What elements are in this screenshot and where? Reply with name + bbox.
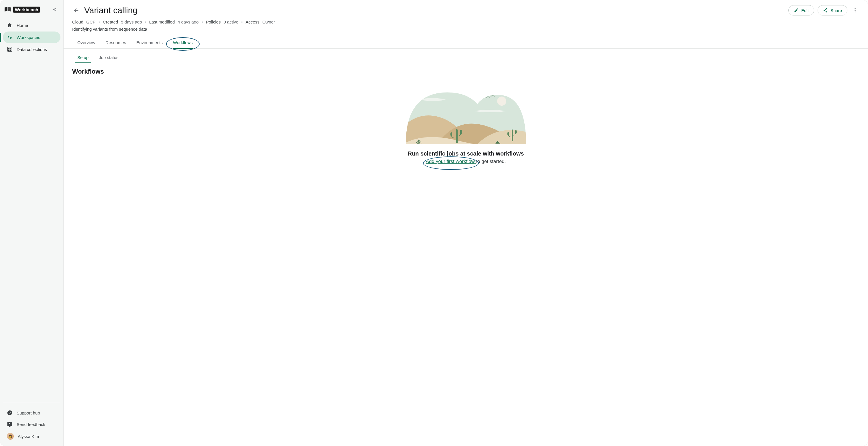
support-hub-link[interactable]: ? Support hub	[3, 407, 60, 418]
collapse-sidebar-button[interactable]	[50, 5, 59, 14]
empty-state-title: Run scientific jobs at scale with workfl…	[408, 150, 524, 157]
grid-icon	[7, 47, 12, 52]
user-name: Alyssa Kim	[18, 434, 39, 439]
svg-rect-5	[8, 50, 9, 51]
page-title: Variant calling	[84, 5, 137, 15]
svg-point-0	[8, 36, 9, 37]
title-actions: Edit Share	[788, 5, 860, 16]
svg-rect-4	[10, 48, 11, 49]
link-text: Add your first workflow	[426, 159, 475, 164]
sidebar-item-label: Data collections	[17, 47, 47, 52]
sidebar-footer: ? Support hub Send feedback 👩 Alyssa Kim	[3, 403, 60, 443]
main: Variant calling Edit Share	[64, 0, 868, 446]
meta-modified-label: Last modified	[149, 20, 175, 24]
sidebar-item-workspaces[interactable]: Workspaces	[3, 31, 60, 43]
tab-resources[interactable]: Resources	[106, 37, 126, 49]
subtab-job-status[interactable]: Job status	[99, 53, 118, 62]
title-left: Variant calling	[72, 5, 137, 15]
tab-label: Resources	[106, 40, 126, 45]
subtab-setup[interactable]: Setup	[77, 53, 89, 62]
content: Workflows	[64, 62, 868, 170]
home-icon	[7, 22, 12, 28]
more-menu-button[interactable]	[851, 6, 860, 14]
meta-separator: •	[145, 20, 146, 24]
sidebar-item-home[interactable]: Home	[3, 20, 60, 31]
back-button[interactable]	[72, 6, 80, 14]
tab-label: Overview	[77, 40, 95, 45]
logo[interactable]: Workbench	[5, 7, 40, 12]
meta-created-value: 5 days ago	[121, 20, 142, 24]
tab-environments[interactable]: Environments	[136, 37, 163, 49]
subtabs: Setup Job status	[72, 53, 860, 62]
svg-point-1	[10, 37, 12, 39]
kebab-icon	[852, 7, 858, 13]
svg-text:?: ?	[8, 411, 10, 415]
sidebar-item-label: Workspaces	[17, 35, 40, 40]
add-first-workflow-link[interactable]: Add your first workflow	[426, 159, 476, 164]
header: Variant calling Edit Share	[64, 0, 868, 62]
svg-rect-2	[8, 47, 12, 52]
tab-label: Environments	[136, 40, 163, 45]
meta-modified-value: 4 days ago	[178, 20, 198, 24]
share-label: Share	[831, 8, 842, 13]
empty-state-subtitle: Add your first workflow to get started.	[426, 159, 506, 165]
subtab-label: Job status	[99, 55, 118, 60]
support-hub-label: Support hub	[17, 411, 40, 415]
meta-policies-label: Policies	[206, 20, 221, 24]
section-title: Workflows	[72, 68, 860, 75]
sidebar-item-data-collections[interactable]: Data collections	[3, 43, 60, 55]
tab-overview[interactable]: Overview	[77, 37, 95, 49]
share-icon	[823, 8, 828, 13]
app-frame: Workbench Home Workspaces	[0, 0, 868, 446]
empty-state-suffix: to get started.	[476, 159, 506, 164]
tabs: Overview Resources Environments Workflow…	[64, 37, 868, 49]
logo-mark-icon	[5, 7, 11, 12]
meta-row: Cloud GCP • Created 5 days ago • Last mo…	[72, 20, 860, 24]
avatar: 👩	[7, 433, 14, 440]
edit-label: Edit	[801, 8, 809, 13]
tab-workflows[interactable]: Workflows	[173, 37, 193, 49]
edit-button[interactable]: Edit	[788, 5, 814, 16]
sidebar-header: Workbench	[3, 5, 60, 20]
svg-point-10	[855, 10, 856, 10]
tab-label: Workflows	[173, 40, 193, 45]
meta-cloud-label: Cloud	[72, 20, 83, 24]
sidebar: Workbench Home Workspaces	[0, 0, 64, 446]
nav: Home Workspaces Data collections	[3, 20, 60, 403]
sidebar-item-label: Home	[17, 23, 28, 28]
meta-access-label: Access	[246, 20, 259, 24]
meta-cloud-value: GCP	[86, 20, 96, 24]
meta-separator: •	[202, 20, 203, 24]
app-name: Workbench	[13, 7, 40, 12]
desert-illustration	[403, 84, 529, 144]
workspaces-icon	[7, 34, 12, 40]
subtab-label: Setup	[77, 55, 89, 60]
title-row: Variant calling Edit Share	[72, 5, 860, 16]
meta-access-value: Owner	[262, 20, 275, 24]
meta-separator: •	[241, 20, 243, 24]
meta-separator: •	[98, 20, 100, 24]
arrow-left-icon	[73, 7, 79, 13]
share-button[interactable]: Share	[817, 5, 847, 16]
empty-state: Run scientific jobs at scale with workfl…	[72, 84, 860, 165]
svg-point-11	[855, 11, 856, 12]
send-feedback-label: Send feedback	[17, 422, 45, 427]
svg-point-9	[855, 8, 856, 9]
chevron-double-left-icon	[52, 7, 57, 12]
svg-rect-6	[10, 50, 11, 51]
pencil-icon	[794, 8, 799, 13]
meta-created-label: Created	[103, 20, 118, 24]
user-profile-link[interactable]: 👩 Alyssa Kim	[3, 430, 60, 443]
svg-rect-3	[8, 48, 9, 49]
help-icon: ?	[7, 410, 12, 416]
feedback-icon	[7, 421, 12, 427]
svg-point-13	[497, 96, 506, 106]
workspace-description: Identifying variants from sequence data	[72, 27, 860, 31]
meta-policies-value: 0 active	[224, 20, 239, 24]
send-feedback-link[interactable]: Send feedback	[3, 418, 60, 430]
